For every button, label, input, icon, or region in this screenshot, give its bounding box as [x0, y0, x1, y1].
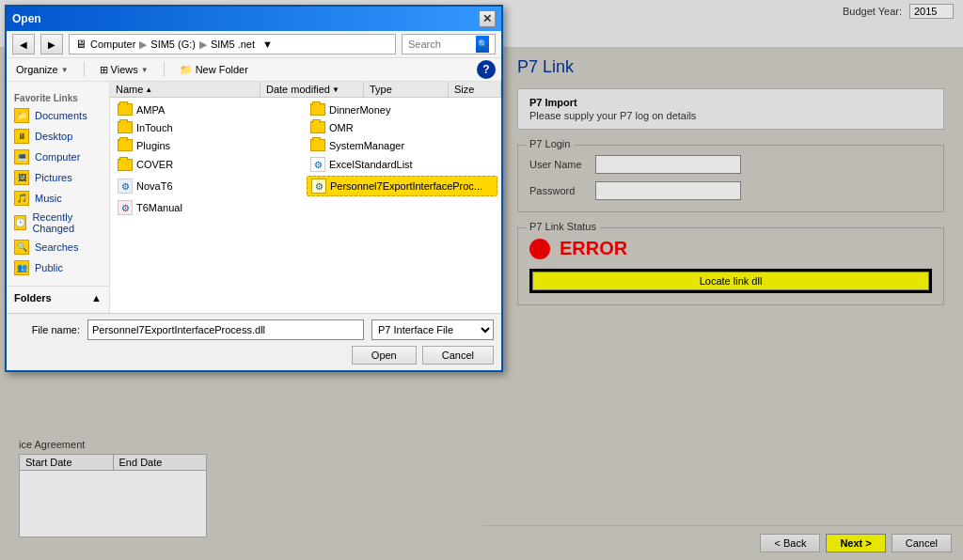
views-menu[interactable]: ⊞ Views ▼: [96, 63, 152, 77]
computer-icon: 💻: [14, 149, 29, 164]
excelstandardlist-file-icon: [310, 157, 325, 172]
breadcrumb-bar: 🖥 Computer ▶ SIM5 (G:) ▶ SIM5 .net ▼: [69, 34, 396, 54]
novat6-label: NovaT6: [136, 180, 173, 192]
dialog-close-button[interactable]: ✕: [479, 10, 496, 27]
help-button[interactable]: ?: [477, 60, 496, 79]
omr-folder-icon: [310, 121, 325, 133]
dialog-body: Favorite Links 📁 Documents 🖥 Desktop 💻 C…: [7, 82, 501, 313]
breadcrumb-folder-icon: 🖥: [75, 38, 87, 51]
file-item-t6manual[interactable]: T6Manual: [114, 198, 305, 217]
pictures-icon: 🖼: [14, 170, 29, 185]
nav-link-desktop-label: Desktop: [35, 131, 72, 142]
open-dialog: Open ✕ ◀ ▶ 🖥 Computer ▶ SIM5 (G:) ▶ SIM5…: [5, 5, 503, 372]
systemmanager-folder-icon: [310, 139, 325, 151]
nav-link-documents-label: Documents: [35, 110, 87, 121]
file-item-plugins[interactable]: Plugins: [114, 137, 305, 153]
dialog-open-button[interactable]: Open: [352, 346, 417, 365]
filename-label: File name:: [14, 324, 80, 335]
breadcrumb-sim5net[interactable]: SIM5 .net: [211, 39, 255, 50]
col-header-name[interactable]: Name ▲: [110, 82, 260, 97]
new-folder-label: New Folder: [196, 64, 248, 75]
views-label: Views: [111, 64, 138, 75]
music-icon: 🎵: [14, 191, 29, 206]
search-button[interactable]: 🔍: [476, 36, 489, 53]
filename-input[interactable]: [87, 319, 364, 340]
breadcrumb-computer[interactable]: Computer: [90, 39, 135, 50]
folders-label: Folders: [14, 292, 52, 303]
forward-nav-button[interactable]: ▶: [40, 34, 63, 54]
search-box: 🔍: [402, 34, 496, 54]
folders-header[interactable]: Folders ▲: [7, 290, 109, 305]
search-input[interactable]: [408, 39, 474, 50]
plugins-folder-icon: [118, 139, 133, 151]
file-list-area: Name ▲ Date modified ▼ Type Size: [110, 82, 501, 313]
excelstandardlist-label: ExcelStandardList: [329, 159, 413, 170]
back-nav-button[interactable]: ◀: [12, 34, 35, 54]
divider1: [84, 62, 85, 77]
nav-link-searches-label: Searches: [35, 241, 78, 253]
dinnermoney-folder-icon: [310, 103, 325, 116]
file-item-omr[interactable]: OMR: [307, 119, 497, 135]
nav-link-pictures-label: Pictures: [35, 172, 72, 183]
nav-section-title: Favorite Links: [7, 89, 109, 105]
nav-link-recently-changed[interactable]: 🕒 Recently Changed: [7, 209, 109, 237]
filetype-select[interactable]: P7 Interface File: [371, 319, 494, 340]
intouch-label: InTouch: [136, 122, 173, 133]
dialog-overlay: Open ✕ ◀ ▶ 🖥 Computer ▶ SIM5 (G:) ▶ SIM5…: [0, 0, 963, 560]
dialog-menubar: Organize ▼ ⊞ Views ▼ 📁 New Folder ?: [7, 58, 501, 82]
col-name-label: Name: [116, 84, 143, 95]
col-header-type[interactable]: Type: [364, 82, 449, 97]
file-item-dinnermoney[interactable]: DinnerMoney: [307, 101, 497, 117]
folders-collapse-icon: ▲: [91, 292, 102, 303]
col-header-size[interactable]: Size: [449, 82, 501, 97]
file-list-header: Name ▲ Date modified ▼ Type Size: [110, 82, 501, 98]
organize-label: Organize: [16, 64, 58, 75]
breadcrumb-dropdown-icon[interactable]: ▼: [262, 39, 273, 50]
recently-changed-icon: 🕒: [14, 215, 26, 230]
file-item-excelstandardlist[interactable]: ExcelStandardList: [307, 155, 497, 174]
cover-label: COVER: [136, 159, 173, 170]
dialog-cancel-button[interactable]: Cancel: [422, 346, 494, 365]
nav-link-recently-changed-label: Recently Changed: [32, 211, 102, 234]
searches-icon: 🔍: [14, 240, 29, 255]
file-item-intouch[interactable]: InTouch: [114, 119, 305, 135]
ampa-label: AMPA: [136, 104, 165, 116]
new-folder-menu[interactable]: 📁 New Folder: [176, 63, 252, 77]
public-icon: 👥: [14, 260, 29, 275]
file-item-ampa[interactable]: AMPA: [114, 101, 305, 117]
desktop-icon: 🖥: [14, 129, 29, 144]
plugins-label: Plugins: [136, 140, 170, 151]
nav-link-searches[interactable]: 🔍 Searches: [7, 237, 109, 257]
file-item-cover[interactable]: COVER: [114, 155, 305, 174]
filename-row: File name: P7 Interface File: [14, 319, 494, 340]
file-item-personnel7[interactable]: Personnel7ExportInterfaceProc...: [307, 176, 497, 196]
dialog-toolbar: ◀ ▶ 🖥 Computer ▶ SIM5 (G:) ▶ SIM5 .net ▼…: [7, 31, 501, 58]
folders-section: Folders ▲: [7, 286, 109, 305]
nav-link-desktop[interactable]: 🖥 Desktop: [7, 126, 109, 147]
breadcrumb-sim5g[interactable]: SIM5 (G:): [150, 39, 196, 50]
novat6-file-icon: [118, 179, 133, 194]
dialog-title: Open: [12, 12, 41, 25]
t6manual-label: T6Manual: [136, 202, 182, 213]
organize-arrow: ▼: [61, 66, 69, 74]
nav-link-public-label: Public: [35, 262, 63, 273]
t6manual-file-icon: [118, 200, 133, 215]
documents-folder-icon: 📁: [14, 108, 29, 123]
views-icon: ⊞: [100, 64, 108, 76]
nav-link-computer[interactable]: 💻 Computer: [7, 147, 109, 167]
col-size-label: Size: [454, 84, 474, 95]
nav-link-pictures[interactable]: 🖼 Pictures: [7, 167, 109, 188]
nav-link-music[interactable]: 🎵 Music: [7, 188, 109, 209]
col-header-date[interactable]: Date modified ▼: [260, 82, 364, 97]
col-date-sort: ▼: [332, 86, 339, 94]
file-grid: AMPA DinnerMoney InTouch OMR: [110, 98, 501, 221]
col-name-sort: ▲: [145, 86, 152, 94]
nav-link-documents[interactable]: 📁 Documents: [7, 105, 109, 126]
nav-link-music-label: Music: [35, 193, 62, 204]
file-item-novat6[interactable]: NovaT6: [114, 176, 305, 196]
organize-menu[interactable]: Organize ▼: [12, 63, 72, 76]
nav-link-public[interactable]: 👥 Public: [7, 257, 109, 278]
file-item-systemmanager[interactable]: SystemManager: [307, 137, 497, 153]
views-arrow: ▼: [141, 66, 149, 74]
cover-folder-icon: [118, 159, 133, 171]
